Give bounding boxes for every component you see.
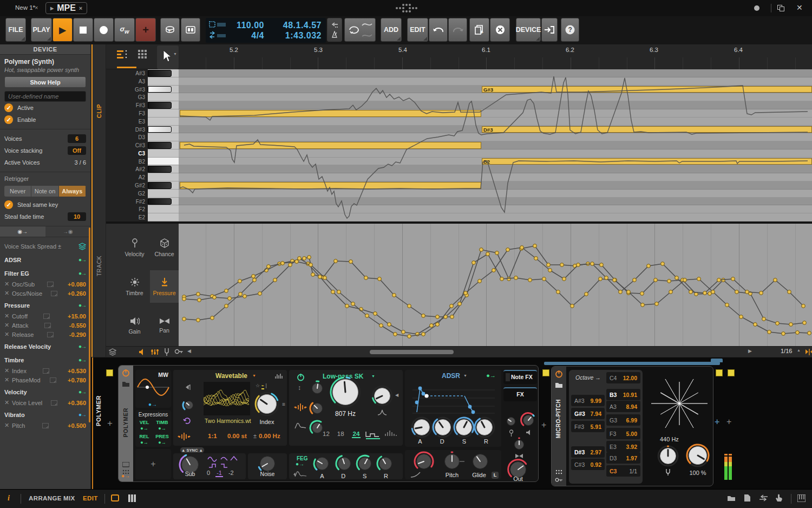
enable-toggle[interactable]: ✓ Enable: [4, 114, 86, 126]
pressure-point[interactable]: [506, 248, 510, 252]
piano-key-C#3[interactable]: [148, 142, 172, 149]
fx-selector[interactable]: FX: [503, 387, 537, 401]
tuning-value[interactable]: 6.99: [626, 417, 637, 424]
piano-key-G3[interactable]: [148, 93, 179, 101]
curve-ramp-icon[interactable]: [47, 282, 54, 287]
mod-target-row[interactable]: ✕Osc/Sub+0.080: [4, 279, 86, 289]
piano-key-F2[interactable]: [148, 205, 179, 213]
cutoff-knob[interactable]: [330, 376, 361, 408]
pressure-point[interactable]: [198, 298, 201, 302]
pressure-point[interactable]: [735, 290, 739, 294]
note-fx-toggle[interactable]: [506, 373, 510, 381]
mod-target-row[interactable]: ✕Voice Level+0.360: [4, 398, 86, 407]
amp-a-knob[interactable]: [411, 416, 433, 438]
tuning-C4[interactable]: C412.00: [606, 372, 640, 383]
mod-source-release-velocity[interactable]: Release Velocity●→: [4, 340, 86, 353]
amp-s-knob[interactable]: [453, 416, 475, 438]
pressure-point[interactable]: [243, 295, 247, 298]
pressure-point[interactable]: [762, 317, 766, 321]
pressure-point[interactable]: [547, 263, 551, 267]
record-button[interactable]: [94, 18, 114, 42]
piano-key-B2[interactable]: [148, 158, 179, 166]
filter-spread-icon[interactable]: ↕: [298, 384, 301, 392]
remove-target-icon[interactable]: ✕: [4, 281, 12, 288]
curve-ramp-icon[interactable]: [44, 323, 51, 328]
pressure-point[interactable]: [430, 324, 434, 328]
device-selection-bar[interactable]: [544, 362, 720, 365]
pressure-point[interactable]: [661, 262, 665, 266]
pressure-point[interactable]: [585, 292, 588, 296]
mod-target-row[interactable]: ✕Release-0.290: [4, 330, 86, 339]
remove-target-icon[interactable]: ✕: [4, 422, 12, 429]
pressure-point[interactable]: [182, 297, 186, 301]
pressure-point[interactable]: [768, 330, 771, 334]
pressure-point[interactable]: [228, 297, 232, 301]
pressure-point[interactable]: [647, 264, 651, 268]
mod-target-row[interactable]: ✕PhaseMod+0.780: [4, 375, 86, 385]
pressure-point[interactable]: [365, 314, 369, 318]
timeline-ruler[interactable]: 5.25.35.46.16.26.36.4: [179, 44, 812, 69]
info-icon[interactable]: i: [8, 494, 10, 503]
browser-folder-icon[interactable]: [727, 495, 736, 502]
tab-track[interactable]: TRACK: [96, 256, 102, 276]
pressure-point[interactable]: [197, 292, 200, 296]
pressure-point[interactable]: [654, 278, 658, 282]
tuning-D3[interactable]: D31.97: [606, 452, 640, 464]
unison-icon[interactable]: [178, 432, 191, 441]
layout-tab-edit[interactable]: EDIT: [83, 495, 98, 502]
pressure-point[interactable]: [613, 278, 617, 282]
amount-knob[interactable]: [686, 444, 710, 467]
transport-mode-icons[interactable]: [209, 21, 227, 40]
pressure-point[interactable]: [560, 263, 564, 267]
filter-eg-panel[interactable]: FEG ●→ ADSR: [289, 453, 403, 479]
mod-target-row[interactable]: ✕Pitch+0.500: [4, 421, 86, 430]
piano-key-G#2[interactable]: [148, 182, 172, 189]
pressure-point[interactable]: [258, 292, 262, 296]
octave-mode-label[interactable]: Octave →: [575, 374, 601, 381]
comb-shape-icon[interactable]: [384, 428, 398, 437]
wavetable-name[interactable]: Two Harmonics.wt: [205, 418, 251, 424]
help-button[interactable]: ?: [561, 18, 579, 42]
pressure-point[interactable]: [542, 277, 546, 281]
sub-octave--1[interactable]: -1: [215, 470, 223, 477]
feg-r-knob[interactable]: [376, 454, 395, 473]
remote-controls-icon[interactable]: [122, 462, 129, 467]
curve-ramp-icon[interactable]: [43, 314, 50, 319]
punch-metronome-group[interactable]: [327, 18, 342, 42]
pressure-point[interactable]: [379, 324, 383, 328]
mw-modulator[interactable]: MW ●→: [135, 370, 171, 408]
tuning-value[interactable]: 5.91: [591, 424, 601, 430]
filter-spread-knob[interactable]: [309, 380, 325, 396]
expression-faders-icon[interactable]: [150, 348, 159, 356]
pressure-point[interactable]: [213, 296, 217, 299]
note-bar[interactable]: [180, 110, 481, 117]
pressure-point[interactable]: [641, 303, 645, 307]
sub-octave-0[interactable]: 0: [207, 470, 210, 477]
mod-amount-value[interactable]: +0.500: [68, 422, 86, 429]
slope-24[interactable]: 24: [352, 431, 361, 438]
feg-s-knob[interactable]: [356, 454, 374, 473]
time-display[interactable]: 1:43.032: [270, 31, 322, 41]
menu-icon[interactable]: ≡: [282, 401, 285, 407]
tuning-G#3[interactable]: G#37.94: [571, 408, 605, 419]
pressure-point[interactable]: [289, 263, 292, 267]
pressure-point[interactable]: [364, 276, 368, 280]
pressure-point[interactable]: [307, 256, 311, 259]
grid-resolution-value[interactable]: 1/16: [781, 348, 792, 354]
pressure-point[interactable]: [323, 276, 327, 280]
piano-key-A#2[interactable]: [148, 166, 172, 173]
layout-tab-arrange[interactable]: ARRANGE: [29, 495, 62, 502]
tuning-value[interactable]: 9.99: [591, 398, 601, 404]
slope-selector[interactable]: 121824: [323, 431, 361, 438]
amount-value[interactable]: 100 %: [685, 470, 711, 476]
layers-icon[interactable]: [109, 348, 116, 356]
pressure-curve[interactable]: [179, 224, 812, 346]
mod-target-row[interactable]: ✕Oscs/Noise+0.260: [4, 289, 86, 298]
tuning-value[interactable]: 7.94: [591, 411, 601, 417]
mod-source-vibrato[interactable]: Vibrato●→: [4, 408, 86, 421]
tuning-value[interactable]: 2.97: [591, 449, 601, 455]
piano-key-A#3[interactable]: [148, 70, 172, 77]
mod-amount-value[interactable]: +0.080: [68, 281, 86, 288]
curve-ramp-icon[interactable]: [51, 291, 57, 296]
pressure-point[interactable]: [548, 269, 552, 272]
